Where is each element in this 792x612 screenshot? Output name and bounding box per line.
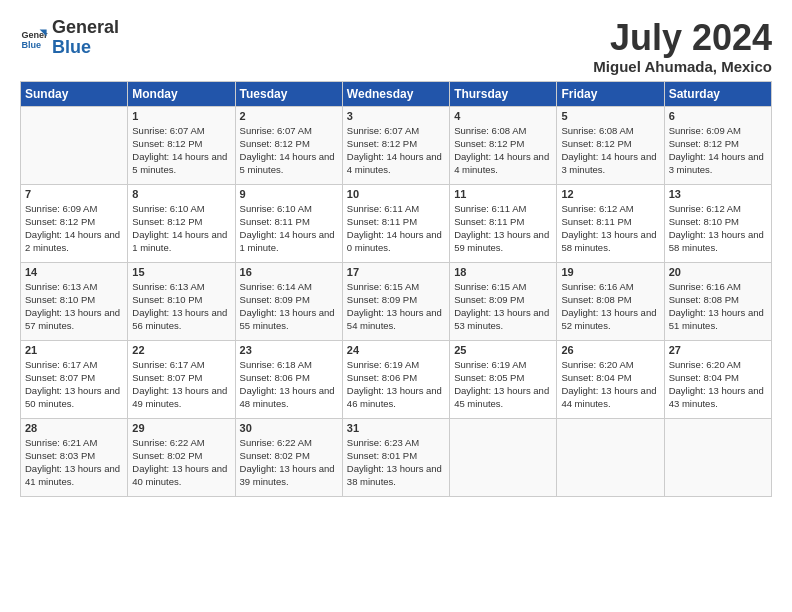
calendar-cell-3-5: 26 Sunrise: 6:20 AM Sunset: 8:04 PM Dayl… [557, 340, 664, 418]
sunrise: Sunrise: 6:16 AM [561, 280, 659, 293]
calendar-cell-2-6: 20 Sunrise: 6:16 AM Sunset: 8:08 PM Dayl… [664, 262, 771, 340]
day-number: 18 [454, 266, 552, 278]
day-info: Sunrise: 6:20 AM Sunset: 8:04 PM Dayligh… [561, 358, 659, 411]
daylight: Daylight: 13 hours and 44 minutes. [561, 384, 659, 411]
sunrise: Sunrise: 6:10 AM [132, 202, 230, 215]
day-info: Sunrise: 6:11 AM Sunset: 8:11 PM Dayligh… [454, 202, 552, 255]
daylight: Daylight: 13 hours and 40 minutes. [132, 462, 230, 489]
day-info: Sunrise: 6:22 AM Sunset: 8:02 PM Dayligh… [240, 436, 338, 489]
day-number: 6 [669, 110, 767, 122]
sunset: Sunset: 8:03 PM [25, 449, 123, 462]
sunrise: Sunrise: 6:14 AM [240, 280, 338, 293]
daylight: Daylight: 14 hours and 1 minute. [240, 228, 338, 255]
calendar-cell-0-4: 4 Sunrise: 6:08 AM Sunset: 8:12 PM Dayli… [450, 106, 557, 184]
day-number: 2 [240, 110, 338, 122]
day-number: 26 [561, 344, 659, 356]
day-number: 5 [561, 110, 659, 122]
sunrise: Sunrise: 6:07 AM [240, 124, 338, 137]
calendar-body: 1 Sunrise: 6:07 AM Sunset: 8:12 PM Dayli… [21, 106, 772, 496]
daylight: Daylight: 13 hours and 56 minutes. [132, 306, 230, 333]
sunrise: Sunrise: 6:12 AM [561, 202, 659, 215]
calendar-cell-3-6: 27 Sunrise: 6:20 AM Sunset: 8:04 PM Dayl… [664, 340, 771, 418]
day-info: Sunrise: 6:08 AM Sunset: 8:12 PM Dayligh… [454, 124, 552, 177]
daylight: Daylight: 13 hours and 53 minutes. [454, 306, 552, 333]
day-info: Sunrise: 6:13 AM Sunset: 8:10 PM Dayligh… [25, 280, 123, 333]
day-number: 12 [561, 188, 659, 200]
sunset: Sunset: 8:11 PM [454, 215, 552, 228]
sunrise: Sunrise: 6:20 AM [561, 358, 659, 371]
day-info: Sunrise: 6:14 AM Sunset: 8:09 PM Dayligh… [240, 280, 338, 333]
logo-icon: General Blue [20, 24, 48, 52]
calendar-cell-4-4 [450, 418, 557, 496]
calendar-week-2: 14 Sunrise: 6:13 AM Sunset: 8:10 PM Dayl… [21, 262, 772, 340]
sunrise: Sunrise: 6:18 AM [240, 358, 338, 371]
sunset: Sunset: 8:10 PM [132, 293, 230, 306]
header-wednesday: Wednesday [342, 81, 449, 106]
calendar-cell-3-3: 24 Sunrise: 6:19 AM Sunset: 8:06 PM Dayl… [342, 340, 449, 418]
sunset: Sunset: 8:10 PM [25, 293, 123, 306]
weekday-header-row: Sunday Monday Tuesday Wednesday Thursday… [21, 81, 772, 106]
daylight: Daylight: 13 hours and 55 minutes. [240, 306, 338, 333]
sunrise: Sunrise: 6:17 AM [25, 358, 123, 371]
month-title: July 2024 [593, 18, 772, 58]
sunrise: Sunrise: 6:13 AM [25, 280, 123, 293]
calendar-cell-0-3: 3 Sunrise: 6:07 AM Sunset: 8:12 PM Dayli… [342, 106, 449, 184]
sunrise: Sunrise: 6:11 AM [454, 202, 552, 215]
calendar-cell-4-5 [557, 418, 664, 496]
calendar-cell-3-4: 25 Sunrise: 6:19 AM Sunset: 8:05 PM Dayl… [450, 340, 557, 418]
header-thursday: Thursday [450, 81, 557, 106]
sunset: Sunset: 8:12 PM [240, 137, 338, 150]
sunset: Sunset: 8:12 PM [347, 137, 445, 150]
day-number: 25 [454, 344, 552, 356]
calendar-cell-3-0: 21 Sunrise: 6:17 AM Sunset: 8:07 PM Dayl… [21, 340, 128, 418]
day-info: Sunrise: 6:18 AM Sunset: 8:06 PM Dayligh… [240, 358, 338, 411]
calendar-week-4: 28 Sunrise: 6:21 AM Sunset: 8:03 PM Dayl… [21, 418, 772, 496]
sunset: Sunset: 8:07 PM [132, 371, 230, 384]
day-info: Sunrise: 6:12 AM Sunset: 8:11 PM Dayligh… [561, 202, 659, 255]
day-number: 10 [347, 188, 445, 200]
sunset: Sunset: 8:08 PM [669, 293, 767, 306]
daylight: Daylight: 14 hours and 0 minutes. [347, 228, 445, 255]
day-number: 8 [132, 188, 230, 200]
day-number: 9 [240, 188, 338, 200]
calendar-week-1: 7 Sunrise: 6:09 AM Sunset: 8:12 PM Dayli… [21, 184, 772, 262]
sunrise: Sunrise: 6:08 AM [561, 124, 659, 137]
calendar-cell-1-2: 9 Sunrise: 6:10 AM Sunset: 8:11 PM Dayli… [235, 184, 342, 262]
day-info: Sunrise: 6:19 AM Sunset: 8:06 PM Dayligh… [347, 358, 445, 411]
day-info: Sunrise: 6:16 AM Sunset: 8:08 PM Dayligh… [669, 280, 767, 333]
sunrise: Sunrise: 6:11 AM [347, 202, 445, 215]
sunrise: Sunrise: 6:15 AM [347, 280, 445, 293]
sunrise: Sunrise: 6:20 AM [669, 358, 767, 371]
sunset: Sunset: 8:12 PM [454, 137, 552, 150]
day-number: 24 [347, 344, 445, 356]
calendar-cell-0-5: 5 Sunrise: 6:08 AM Sunset: 8:12 PM Dayli… [557, 106, 664, 184]
calendar-cell-2-2: 16 Sunrise: 6:14 AM Sunset: 8:09 PM Dayl… [235, 262, 342, 340]
day-info: Sunrise: 6:15 AM Sunset: 8:09 PM Dayligh… [454, 280, 552, 333]
day-info: Sunrise: 6:16 AM Sunset: 8:08 PM Dayligh… [561, 280, 659, 333]
sunset: Sunset: 8:09 PM [347, 293, 445, 306]
day-number: 22 [132, 344, 230, 356]
daylight: Daylight: 13 hours and 59 minutes. [454, 228, 552, 255]
day-number: 29 [132, 422, 230, 434]
day-info: Sunrise: 6:23 AM Sunset: 8:01 PM Dayligh… [347, 436, 445, 489]
daylight: Daylight: 13 hours and 49 minutes. [132, 384, 230, 411]
sunrise: Sunrise: 6:17 AM [132, 358, 230, 371]
day-info: Sunrise: 6:13 AM Sunset: 8:10 PM Dayligh… [132, 280, 230, 333]
sunset: Sunset: 8:07 PM [25, 371, 123, 384]
calendar-cell-2-5: 19 Sunrise: 6:16 AM Sunset: 8:08 PM Dayl… [557, 262, 664, 340]
sunrise: Sunrise: 6:12 AM [669, 202, 767, 215]
calendar-cell-3-1: 22 Sunrise: 6:17 AM Sunset: 8:07 PM Dayl… [128, 340, 235, 418]
day-info: Sunrise: 6:17 AM Sunset: 8:07 PM Dayligh… [25, 358, 123, 411]
day-number: 27 [669, 344, 767, 356]
day-info: Sunrise: 6:07 AM Sunset: 8:12 PM Dayligh… [347, 124, 445, 177]
daylight: Daylight: 14 hours and 3 minutes. [561, 150, 659, 177]
daylight: Daylight: 13 hours and 57 minutes. [25, 306, 123, 333]
logo: General Blue General Blue [20, 18, 119, 58]
sunrise: Sunrise: 6:09 AM [669, 124, 767, 137]
header-row: General Blue General Blue July 2024 Migu… [20, 18, 772, 75]
day-info: Sunrise: 6:12 AM Sunset: 8:10 PM Dayligh… [669, 202, 767, 255]
day-number: 19 [561, 266, 659, 278]
daylight: Daylight: 13 hours and 54 minutes. [347, 306, 445, 333]
day-number: 20 [669, 266, 767, 278]
calendar-cell-4-2: 30 Sunrise: 6:22 AM Sunset: 8:02 PM Dayl… [235, 418, 342, 496]
